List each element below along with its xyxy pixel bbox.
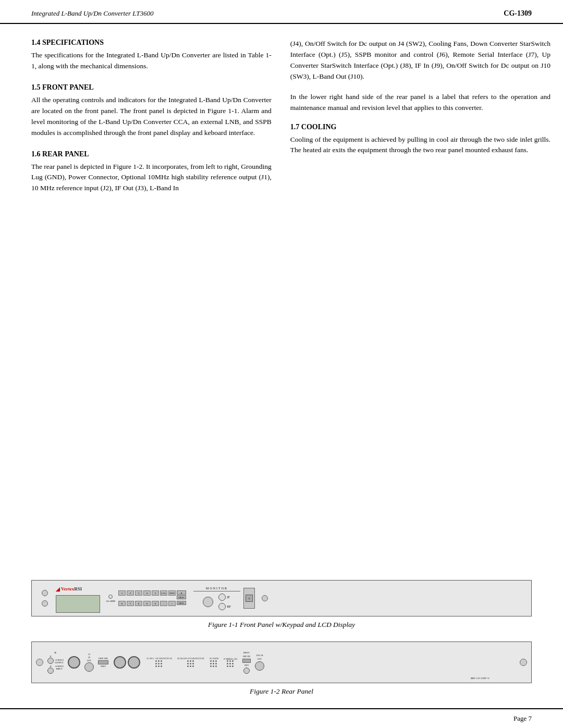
rp-j5-dots xyxy=(155,660,163,668)
content-area: 1.4 SPECIFICATIONS The specifications fo… xyxy=(0,24,563,571)
rp-j8-block: J8 MAIN STARSWITCH xyxy=(177,657,204,668)
rp-j6-dot-9 xyxy=(215,665,217,667)
fp-menu-down: MENU xyxy=(177,595,186,599)
rp-j3-circle xyxy=(84,662,94,672)
fp-alarm-indicator xyxy=(108,595,113,599)
rp-j5-dot-1 xyxy=(155,660,157,662)
fp-key-5: 5 xyxy=(152,590,159,596)
front-panel-figure: ◢ Vertex RSI ALARM 1 2 3 xyxy=(31,580,532,616)
section-specs: 1.4 SPECIFICATIONS The specifications fo… xyxy=(31,39,272,72)
fp-rf-row: RF xyxy=(218,603,230,610)
fp-right-circle xyxy=(262,595,268,601)
rp-j6-dot-4 xyxy=(210,663,212,664)
fp-key-6-label: 6 xyxy=(121,602,123,605)
fp-monitor-circle xyxy=(203,597,213,607)
fp-key-minus: - xyxy=(160,601,167,606)
rear-panel-body: The rear panel is depicted in Figure 1-2… xyxy=(31,162,272,194)
rp-j3-area: J3 J8 OUT xyxy=(84,653,94,672)
rp-j8-dot-3 xyxy=(192,660,194,662)
rp-j3-label: J3 xyxy=(88,653,90,656)
fp-monitor-label: MONITOR xyxy=(193,587,240,591)
specs-title: 1.4 SPECIFICATIONS xyxy=(31,39,272,47)
rp-j8-dot-4 xyxy=(187,663,189,664)
rp-gnd-label: ⊕ xyxy=(54,651,56,654)
fp-menu-up-label: ▲ xyxy=(180,591,182,594)
front-panel-title: 1.5 FRONT PANEL xyxy=(31,83,272,92)
cooling-title: 1.7 COOLING xyxy=(290,123,550,131)
rp-j6-dot-6 xyxy=(215,663,217,664)
front-panel-body: All the operating controls and indicator… xyxy=(31,95,272,139)
fp-monitor-buttons: IF RF xyxy=(203,594,230,610)
rp-j5-dot-2 xyxy=(158,660,160,662)
rp-ref-group: J1 1 0 M H Z OUTPUT xyxy=(47,655,64,664)
rp-j10-area: J10 L-B OUT xyxy=(255,654,264,671)
rp-j10-out-circle xyxy=(255,661,264,671)
rp-j8-dot-5 xyxy=(190,663,191,664)
rp-fan-1 xyxy=(114,656,126,669)
fp-lcd-display xyxy=(56,595,100,613)
fp-key-ent-label: ENT xyxy=(169,592,175,595)
fp-key-left: ← xyxy=(168,601,176,606)
rp-j8-dot-8 xyxy=(190,665,191,667)
fp-menu-item2: MENU xyxy=(177,601,186,605)
rear-panel-figure: ⊕ J1 1 0 M H Z OUTPUT J2 xyxy=(31,641,532,683)
fp-menu-label: MENU xyxy=(178,596,185,599)
rp-far-right-area xyxy=(520,659,527,666)
page-footer: Page 7 xyxy=(0,708,563,728)
right-column: (J4), On/Off Switch for Dc output on J4 … xyxy=(290,39,550,571)
rp-j6-dot-1 xyxy=(210,660,212,662)
rp-sw3-toggle xyxy=(242,659,251,663)
rp-j5-block: J5 SEC. STARSWITCH xyxy=(146,657,172,668)
left-column: 1.4 SPECIFICATIONS The specifications fo… xyxy=(31,39,272,571)
rp-j5-dot-7 xyxy=(155,665,157,667)
page-header: Integrated L-Band Up/Dn Converter LT3600… xyxy=(0,0,563,24)
rp-j8-dot-2 xyxy=(190,660,191,662)
rp-j6-dots xyxy=(210,660,217,668)
rear-panel-title: 1.6 REAR PANEL xyxy=(31,150,272,158)
rp-j5-dot-6 xyxy=(161,663,162,664)
rp-j7-dot-3 xyxy=(232,660,234,662)
page-wrapper: Integrated L-Band Up/Dn Converter LT3600… xyxy=(0,0,563,728)
figure-1-caption: Figure 1-1 Front Panel w/Keypad and LCD … xyxy=(31,621,532,629)
fp-key-left-label: ← xyxy=(171,602,174,605)
rp-j10-out-label-2: OUT xyxy=(258,658,262,660)
rp-j5-label: J5 SEC. STARSWITCH xyxy=(146,657,172,660)
fp-menu-item2-label: MENU xyxy=(178,602,185,604)
rp-ref-2: 1 0 M H Z OUTPUT xyxy=(55,659,64,664)
rp-j7-dot-9 xyxy=(232,665,234,667)
rp-input-sw3-label: INPUT xyxy=(243,651,250,654)
rp-input-label: INPUT xyxy=(56,668,63,670)
rp-ref-text: REF. CG-1309 'A' xyxy=(471,677,489,680)
fp-if-row: IF xyxy=(218,594,230,601)
right-top-text: (J4), On/Off Switch for Dc output on J4 … xyxy=(290,39,550,82)
figure-1-block: ◢ Vertex RSI ALARM 1 2 3 xyxy=(31,580,532,629)
fp-keypad-row-1: 1 2 3 4 5 LCL ENT ▲ MENU xyxy=(118,590,186,599)
fp-key-7-label: 7 xyxy=(130,602,131,605)
rp-power-area xyxy=(68,656,80,669)
rp-power-connector xyxy=(68,656,80,669)
rp-off-on-label: OFF ON xyxy=(243,655,250,658)
rp-j3-sub: J8 xyxy=(88,656,90,659)
rp-j5-dot-5 xyxy=(158,663,160,664)
vertex-text: Vertex xyxy=(61,586,74,591)
rp-j7-dot-8 xyxy=(229,665,231,667)
figure-2-block: ⊕ J1 1 0 M H Z OUTPUT J2 xyxy=(31,641,532,696)
rp-j7-dot-1 xyxy=(227,660,228,662)
rp-sw2-label: SW2 xyxy=(101,665,106,668)
fp-monitor-section: MONITOR IF RF xyxy=(193,587,240,610)
rp-j8-dots xyxy=(187,660,194,668)
fp-right-box-inner: 0 xyxy=(246,595,253,602)
rp-j7-dot-2 xyxy=(229,660,231,662)
fp-key-1-label: 1 xyxy=(121,592,123,595)
fp-key-5-label: 5 xyxy=(155,592,156,595)
rp-j7-dot-7 xyxy=(227,665,228,667)
fp-logo-area: ◢ Vertex RSI xyxy=(56,584,103,613)
figure-2-caption: Figure 1-2 Rear Panel xyxy=(31,687,532,696)
fp-key-lcl-label: LCL xyxy=(161,592,166,595)
fp-key-6: 6 xyxy=(118,601,126,606)
fp-right-box: 0 xyxy=(243,588,255,609)
rp-ref-1: J1 xyxy=(47,655,54,664)
header-left-text: Integrated L-Band Up/Dn Converter LT3600 xyxy=(31,9,153,18)
rp-sw3-label: SW3 xyxy=(244,664,249,667)
rp-j9-area: J7 SERIAL_I/O xyxy=(224,658,237,668)
